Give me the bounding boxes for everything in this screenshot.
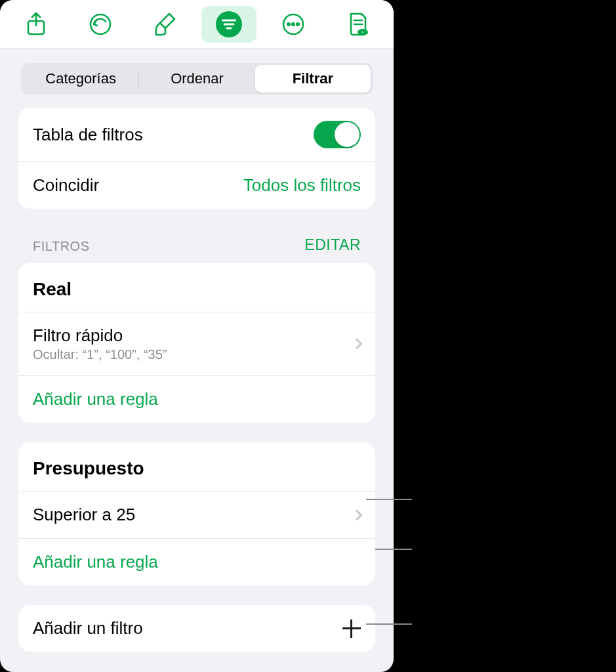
add-rule-real-label: Añadir una regla [33, 389, 158, 410]
filters-edit-button[interactable]: EDITAR [304, 236, 361, 254]
svg-point-8 [297, 23, 299, 26]
chevron-right-icon [352, 339, 363, 350]
filters-section-title: FILTROS [33, 239, 89, 254]
undo-icon [87, 11, 113, 37]
svg-point-6 [287, 23, 290, 26]
organize-button[interactable] [201, 6, 257, 43]
add-filter-label: Añadir un filtro [33, 618, 342, 639]
add-rule-budget-row[interactable]: Añadir una regla [18, 538, 375, 585]
group-real-title: Real [33, 279, 72, 300]
more-circle-icon [280, 11, 306, 37]
filter-table-row: Tabla de filtros [18, 108, 375, 161]
svg-point-12 [361, 30, 364, 33]
tab-sort[interactable]: Ordenar [139, 65, 255, 93]
quick-filter-subtitle: Ocultar: “1”, “100”, “35” [33, 347, 346, 362]
group-budget-header: Presupuesto [18, 442, 375, 491]
plus-icon [342, 620, 361, 638]
add-filter-card: Añadir un filtro [18, 605, 375, 652]
svg-point-7 [292, 23, 295, 26]
add-filter-row[interactable]: Añadir un filtro [18, 605, 375, 652]
match-value: Todos los filtros [243, 175, 361, 196]
quick-filter-row[interactable]: Filtro rápido Ocultar: “1”, “100”, “35” [18, 312, 375, 375]
callout-line [366, 623, 412, 625]
segmented-control: Categorías Ordenar Filtrar [21, 63, 373, 94]
document-eye-icon [346, 11, 369, 37]
callout-line [366, 499, 412, 500]
more-button[interactable] [266, 6, 321, 43]
document-view-button[interactable] [330, 6, 385, 43]
paintbrush-icon [152, 11, 177, 37]
toolbar [0, 0, 394, 49]
group-real-header: Real [18, 263, 375, 312]
segmented-control-wrap: Categorías Ordenar Filtrar [0, 49, 394, 101]
quick-filter-stack: Filtro rápido Ocultar: “1”, “100”, “35” [33, 326, 346, 362]
undo-button[interactable] [73, 6, 128, 43]
share-icon [25, 11, 47, 37]
share-button[interactable] [9, 6, 64, 43]
filter-lines-icon [216, 11, 242, 37]
match-row[interactable]: Coincidir Todos los filtros [18, 161, 375, 209]
add-rule-real-row[interactable]: Añadir una regla [18, 375, 375, 423]
toggle-knob [335, 122, 359, 147]
match-label: Coincidir [33, 175, 243, 196]
filter-group-budget: Presupuesto Superior a 25 Añadir una reg… [18, 442, 375, 585]
filter-table-label: Tabla de filtros [33, 125, 314, 145]
budget-rule-label: Superior a 25 [33, 505, 346, 525]
chevron-right-icon [352, 509, 363, 520]
filter-settings-card: Tabla de filtros Coincidir Todos los fil… [18, 108, 375, 209]
filters-section-header: FILTROS EDITAR [33, 236, 361, 254]
format-button[interactable] [137, 6, 192, 43]
add-rule-budget-label: Añadir una regla [33, 552, 158, 572]
filter-panel: Categorías Ordenar Filtrar Tabla de filt… [0, 0, 394, 672]
budget-rule-row[interactable]: Superior a 25 [18, 491, 375, 538]
callout-line [375, 549, 412, 550]
tab-filter[interactable]: Filtrar [255, 65, 371, 93]
quick-filter-label: Filtro rápido [33, 326, 346, 346]
filter-table-toggle[interactable] [314, 121, 361, 148]
group-budget-title: Presupuesto [33, 458, 144, 479]
filter-group-real: Real Filtro rápido Ocultar: “1”, “100”, … [18, 263, 375, 423]
tab-categories[interactable]: Categorías [23, 65, 138, 93]
